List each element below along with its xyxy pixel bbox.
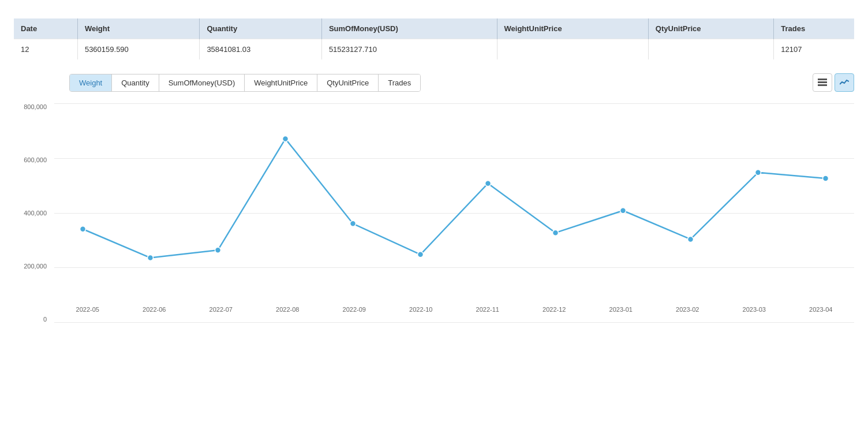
x-label: 2022-11 (454, 306, 521, 313)
col-header-sumofmoney-usd-: SumOfMoney(USD) (321, 18, 497, 39)
chart-svg (54, 103, 854, 322)
overview-table: DateWeightQuantitySumOfMoney(USD)WeightU… (14, 18, 854, 59)
table-header-row: DateWeightQuantitySumOfMoney(USD)WeightU… (14, 18, 854, 39)
x-label: 2022-05 (54, 306, 121, 313)
tab-sumofmoney-usd-[interactable]: SumOfMoney(USD) (159, 74, 245, 91)
details-header: WeightQuantitySumOfMoney(USD)WeightUnitP… (14, 73, 854, 92)
svg-point-4 (148, 255, 154, 261)
svg-point-10 (553, 230, 559, 236)
view-buttons (813, 73, 854, 92)
table-cell: 35841081.03 (200, 39, 321, 60)
col-header-date: Date (14, 18, 77, 39)
table-cell: 51523127.710 (321, 39, 497, 60)
col-header-qtyunitprice: QtyUnitPrice (648, 18, 773, 39)
svg-point-9 (485, 181, 491, 186)
svg-point-7 (350, 221, 356, 226)
svg-point-6 (283, 136, 289, 141)
x-label: 2023-01 (588, 306, 654, 313)
table-row: 125360159.59035841081.0351523127.7101210… (14, 39, 854, 60)
y-label: 600,000 (24, 156, 47, 163)
grid-line (54, 322, 854, 323)
svg-rect-0 (818, 79, 827, 80)
x-label: 2022-10 (388, 306, 455, 313)
tab-quantity[interactable]: Quantity (112, 74, 159, 91)
x-label: 2023-02 (654, 306, 721, 313)
y-label: 200,000 (24, 263, 47, 270)
svg-point-8 (418, 252, 424, 257)
svg-rect-1 (818, 81, 827, 83)
col-header-trades: Trades (774, 18, 854, 39)
tab-group: WeightQuantitySumOfMoney(USD)WeightUnitP… (69, 74, 421, 92)
x-label: 2022-08 (255, 306, 321, 313)
col-header-weight: Weight (77, 18, 199, 39)
table-cell: 12107 (774, 39, 854, 60)
svg-rect-2 (818, 84, 827, 86)
x-label: 2022-12 (521, 306, 588, 313)
y-label: 800,000 (24, 103, 47, 110)
x-label: 2022-06 (121, 306, 188, 313)
svg-point-14 (823, 176, 829, 181)
overview-section: DateWeightQuantitySumOfMoney(USD)WeightU… (14, 18, 854, 59)
table-cell: 5360159.590 (77, 39, 199, 60)
x-axis: 2022-052022-062022-072022-082022-092022-… (54, 301, 854, 322)
chart-inner: 2022-052022-062022-072022-082022-092022-… (54, 103, 854, 323)
tab-trades[interactable]: Trades (379, 74, 420, 91)
tab-weightunitprice[interactable]: WeightUnitPrice (245, 74, 317, 91)
x-label: 2022-09 (321, 306, 388, 313)
table-cell: 12 (14, 39, 77, 60)
tab-qtyunitprice[interactable]: QtyUnitPrice (317, 74, 379, 91)
y-label: 0 (43, 316, 47, 323)
x-label: 2023-04 (788, 306, 855, 313)
col-header-quantity: Quantity (200, 18, 321, 39)
chart-area: 800,000600,000400,000200,0000 2022-05202… (14, 103, 854, 346)
table-cell (497, 39, 648, 60)
svg-point-12 (688, 236, 694, 242)
col-header-weightunitprice: WeightUnitPrice (497, 18, 648, 39)
svg-point-5 (215, 247, 221, 253)
table-view-button[interactable] (813, 73, 832, 92)
x-label: 2023-03 (721, 306, 788, 313)
chart-view-button[interactable] (835, 73, 854, 92)
x-label: 2022-07 (188, 306, 255, 313)
tab-weight[interactable]: Weight (70, 74, 112, 91)
svg-point-13 (755, 170, 761, 176)
svg-point-11 (620, 208, 626, 214)
svg-point-3 (80, 226, 86, 232)
table-cell (648, 39, 773, 60)
y-axis: 800,000600,000400,000200,0000 (14, 103, 51, 323)
y-label: 400,000 (24, 210, 47, 216)
